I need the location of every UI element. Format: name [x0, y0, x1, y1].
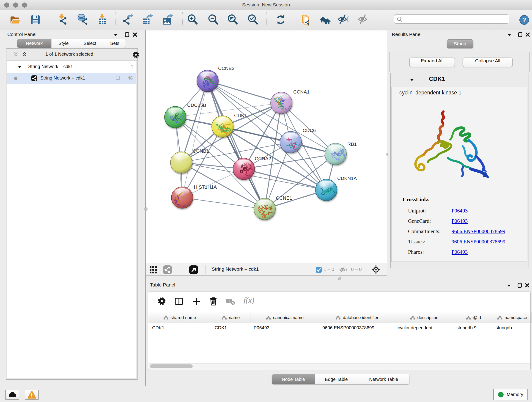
network-node-CDC6[interactable]: CDC6 [280, 128, 316, 153]
tab-sets[interactable]: Sets [104, 39, 125, 48]
table-panel-close-icon[interactable] [525, 283, 530, 289]
table-splitter-handle[interactable] [338, 277, 341, 280]
table-cell[interactable]: stringdb:9... [453, 323, 492, 333]
table-cell[interactable]: 9606.ENSP00000378699 [319, 323, 394, 333]
network-edge[interactable] [244, 169, 326, 190]
expand-all-button[interactable]: Expand All [409, 57, 455, 67]
collapse-all-networks-icon[interactable] [13, 52, 19, 58]
results-panel-float-icon[interactable] [507, 33, 511, 37]
export-table-icon[interactable] [142, 14, 153, 26]
column-header-databaseidentifier[interactable]: database identifier [319, 313, 395, 323]
show-hidden-icon[interactable] [358, 14, 370, 26]
table-cell[interactable]: CDK1 [211, 323, 250, 333]
table-panel-float-icon[interactable] [507, 284, 511, 288]
export-network-icon[interactable] [122, 14, 134, 26]
table-horizontal-scrollbar[interactable] [148, 363, 530, 370]
network-node-CCNA2[interactable]: CCNA2 [233, 156, 271, 181]
table-settings-gear-icon[interactable] [157, 296, 167, 307]
tab-node-table[interactable]: Node Table [272, 374, 315, 384]
tab-select[interactable]: Select [76, 39, 104, 48]
collapse-all-button[interactable]: Collapse All [462, 57, 513, 67]
column-header-canonicalname[interactable]: canonical name [250, 313, 319, 323]
refresh-icon[interactable] [275, 14, 287, 26]
entry-collapse-icon[interactable] [410, 78, 414, 82]
crosslink-value-link[interactable]: P06493 [452, 208, 468, 214]
network-node-CCNB2[interactable]: CCNB2 [197, 65, 234, 92]
network-overview-icon[interactable] [163, 265, 172, 275]
results-panel-close-icon[interactable] [525, 32, 530, 38]
column-header-namespace[interactable]: namespace [493, 313, 532, 323]
tab-edge-table[interactable]: Edge Table [315, 374, 358, 384]
export-image-icon[interactable] [162, 14, 174, 26]
delete-column-icon[interactable] [208, 296, 218, 307]
open-file-icon[interactable] [9, 14, 21, 26]
zoom-in-icon[interactable] [186, 14, 198, 26]
tab-string[interactable]: String [447, 39, 473, 48]
zoom-selected-icon[interactable] [247, 14, 259, 26]
crosslink-value-link[interactable]: 9606.ENSP00000378699 [452, 239, 505, 245]
table-cell[interactable]: P06493 [250, 323, 319, 333]
warning-status-button[interactable] [25, 390, 39, 400]
first-neighbors-icon[interactable] [319, 14, 331, 26]
crosslink-value-link[interactable]: P06493 [452, 218, 468, 224]
zoom-fit-icon[interactable] [227, 14, 239, 26]
save-session-icon[interactable] [29, 14, 41, 26]
import-network-icon[interactable] [57, 14, 69, 26]
network-row[interactable]: String Network – cdk1 11 48 [7, 73, 136, 84]
tab-network[interactable]: Network [17, 39, 51, 48]
tab-network-table[interactable]: Network Table [358, 374, 409, 384]
column-header-description[interactable]: description [395, 313, 454, 323]
results-panel-maximize-icon[interactable] [518, 32, 523, 38]
network-node-CDKN1A[interactable]: CDKN1A [316, 176, 357, 201]
network-edge[interactable] [208, 81, 281, 103]
import-table-icon[interactable] [97, 14, 109, 26]
column-header-name[interactable]: name [211, 313, 250, 323]
table-panel-maximize-icon[interactable] [517, 283, 522, 289]
zoom-out-icon[interactable] [207, 14, 219, 26]
memory-button[interactable]: Memory [493, 389, 528, 400]
control-panel-close-icon[interactable] [133, 32, 138, 38]
network-node-RB1[interactable]: RB1 [325, 141, 357, 165]
network-collection-row[interactable]: String Network – cdk1 1 [7, 61, 136, 73]
network-options-gear-icon[interactable] [132, 51, 140, 60]
help-button[interactable]: ? [519, 15, 529, 26]
network-node-HIST1H1A[interactable]: HIST1H1A [171, 184, 217, 211]
delete-table-icon[interactable] [226, 296, 236, 307]
import-network-database-icon[interactable] [77, 14, 89, 26]
crosslink-value-link[interactable]: 9606.ENSP00000378699 [452, 229, 505, 235]
function-builder-icon[interactable]: f(x) [243, 295, 264, 306]
left-splitter-handle[interactable] [144, 207, 147, 211]
selected-checkbox[interactable] [316, 267, 322, 274]
expand-all-networks-icon[interactable] [22, 52, 27, 58]
add-column-icon[interactable] [191, 296, 201, 307]
open-in-window-icon[interactable] [189, 265, 198, 275]
control-panel-float-icon[interactable] [114, 33, 118, 37]
network-edge[interactable] [208, 81, 265, 209]
table-cell[interactable]: CDK1 [148, 323, 211, 333]
column-header-sharedname[interactable]: shared name [148, 313, 211, 323]
cloud-status-button[interactable] [5, 390, 19, 400]
network-edge[interactable] [182, 81, 208, 198]
network-node-CDK1[interactable]: CDK1 [212, 113, 247, 137]
search-input[interactable] [394, 14, 509, 24]
show-columns-icon[interactable] [174, 296, 184, 307]
grid-view-icon[interactable] [149, 265, 158, 275]
network-edge[interactable] [182, 198, 265, 209]
table-row[interactable]: CDK1CDK1P064939606.ENSP00000378699cyclin… [148, 323, 530, 333]
control-panel-maximize-icon[interactable] [125, 32, 130, 38]
birds-eye-view-icon[interactable] [371, 265, 381, 275]
table-scrollbar-thumb[interactable] [150, 364, 193, 368]
table-cell[interactable]: cyclin-dependent ... [394, 323, 453, 333]
column-header-id[interactable]: @id [454, 313, 493, 323]
title-bar[interactable]: Session: New Session [0, 0, 532, 10]
column-header-label: canonical name [273, 315, 304, 320]
crosslink-value-link[interactable]: P06493 [452, 249, 468, 255]
network-canvas[interactable]: CCNB2CCNA1CDC25BCDK1CDC6RB1CCNB1CCNA2CDK… [146, 31, 387, 264]
status-separator [338, 265, 338, 274]
clone-network-icon[interactable] [300, 14, 312, 26]
collection-expand-icon[interactable] [18, 65, 22, 70]
table-cell[interactable]: stringdb [492, 323, 530, 333]
hidden-eye-slash-icon[interactable] [339, 267, 348, 274]
hide-selected-icon[interactable] [337, 14, 349, 26]
tab-style[interactable]: Style [51, 39, 76, 48]
